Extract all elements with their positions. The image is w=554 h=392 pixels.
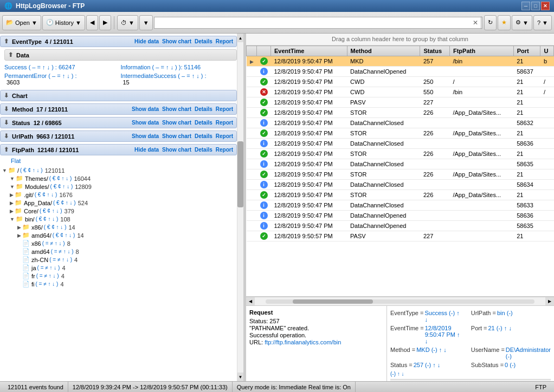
tree-item[interactable]: ▶📁App_Data/ ( € ¢ ↑ ↓ ) 524 [2,199,235,207]
tree-item[interactable]: ▼📁/ ( € ¢ ↑ ↓ ) 121011 [2,166,235,174]
tree-node-controls[interactable]: ( = ≠ ↑ ↓ ) [36,281,59,287]
table-row[interactable]: ✓ 12/8/2019 9:50:47 PM STOR 226 /App_Dat… [247,108,554,118]
tree-item[interactable]: ▼📁Modules/ ( € ¢ ↑ ↓ ) 12809 [2,182,235,191]
cell-expand[interactable] [247,118,257,128]
hscroll-thumb[interactable] [293,299,373,304]
urlpath-toggle[interactable]: ⬇ [4,133,9,140]
request-url-link[interactable]: ftp://ftp.finalanalytics.com/bin [265,339,341,345]
ftppath-toggle[interactable]: ⬆ [4,146,9,153]
tree-node-name[interactable]: Modules/ [25,184,49,190]
method-details-link[interactable]: MKD [416,347,429,353]
method-show-data[interactable]: Show data [132,106,159,112]
tree-node-name[interactable]: fi [31,281,35,288]
tree-item[interactable]: ▶📄amd64 ( = ≠ ↑ ↓ ) 8 [2,247,235,256]
tree-node-controls[interactable]: ( = ≠ ↑ ↓ ) [37,265,60,271]
tree-node-controls[interactable]: ( = ≠ ↑ ↓ ) [51,249,74,254]
tree-node-controls[interactable]: ( € ¢ ↑ ↓ ) [35,192,57,198]
status-details[interactable]: Details [195,120,212,126]
refresh-button[interactable]: ↻ [484,15,497,30]
col-event-time[interactable]: EventTime [271,46,347,56]
eventtype-show-chart[interactable]: Show chart [162,38,191,44]
tree-node-controls[interactable]: ( € ¢ ↑ ↓ ) [36,216,59,222]
tree-item[interactable]: ▶📁amd64/ ( € ¢ ↑ ↓ ) 14 [2,231,235,239]
cell-expand[interactable] [247,180,257,190]
filter-button[interactable]: ▼ [139,15,153,30]
cell-expand[interactable] [247,77,257,87]
col-port[interactable]: Port [513,46,540,56]
substatus-details-link[interactable]: 0 [505,362,508,368]
information-link[interactable]: Information [121,64,151,70]
cell-expand[interactable] [247,87,257,97]
scroll-up-btn[interactable]: ▲ [237,34,243,42]
username-details-link[interactable]: Administrator [516,347,551,353]
table-row[interactable]: i 12/8/2019 9:50:47 PM DataChannelClosed… [247,118,554,128]
table-row[interactable]: ✓ 12/8/2019 9:50:47 PM STOR 226 /App_Dat… [247,169,554,180]
cell-expand[interactable] [247,190,257,200]
tree-expand-arrow[interactable]: ▼ [10,217,15,222]
tree-item[interactable]: ▶📁.git/ ( € ¢ ↑ ↓ ) 1676 [2,191,235,199]
table-row[interactable]: ✓ 12/8/2019 9:50:47 PM PASV 227 21 [247,97,554,108]
tree-item[interactable]: ▶📄fr ( = ≠ ↑ ↓ ) 4 [2,272,235,280]
status-details-link[interactable]: 257 [414,362,423,368]
method-show-chart[interactable]: Show chart [162,106,191,112]
information-label[interactable]: Information ( – = ↑ ↓ ) ): 51146 [121,64,233,70]
back-button[interactable]: ◀ [86,15,98,30]
intermediate-success-label[interactable]: IntermediateSuccess ( – = ↑ ↓ ) : [121,73,233,79]
urlpath-show-data[interactable]: Show data [132,133,159,139]
tree-node-controls[interactable]: ( = ≠ ↑ ↓ ) [36,273,59,279]
forward-button[interactable]: ▶ [99,15,111,30]
status-show-chart[interactable]: Show chart [162,120,191,126]
col-method[interactable]: Method [347,46,420,56]
ftppath-report[interactable]: Report [216,147,233,153]
col-u[interactable]: U [540,46,554,56]
tree-node-name[interactable]: / [17,167,19,174]
table-row[interactable]: ✓ 12/8/2019 9:50:47 PM CWD 250 / 21 / [247,77,554,87]
tree-expand-arrow[interactable]: ▶ [17,225,21,230]
tree-node-name[interactable]: Themes/ [25,175,48,182]
details-hscroll[interactable]: ◀ ▶ [390,379,551,381]
tree-node-controls[interactable]: ( = ≠ ↑ ↓ ) [49,257,72,263]
search-input[interactable] [154,17,482,29]
table-row[interactable]: i 12/8/2019 9:50:47 PM DataChannelClosed… [247,180,554,190]
table-row[interactable]: i 12/8/2019 9:50:47 PM DataChannelOpened… [247,221,554,231]
cell-expand[interactable] [247,169,257,180]
tree-item[interactable]: ▶📄fi ( = ≠ ↑ ↓ ) 4 [2,280,235,288]
col-ftp-path[interactable]: FtpPath [449,46,513,56]
status-toggle[interactable]: ⬇ [4,119,9,126]
tree-node-controls[interactable]: ( € ¢ ↑ ↓ ) [53,200,76,206]
tree-item[interactable]: ▶📄ja ( = ≠ ↑ ↓ ) 4 [2,264,235,272]
minimize-button[interactable]: ─ [521,2,530,10]
hscroll-right-btn[interactable]: ▶ [545,297,554,306]
open-button[interactable]: 📂 Open ▼ [2,15,41,30]
tree-node-name[interactable]: .git/ [24,192,34,198]
tree-node-name[interactable]: Core/ [24,208,38,214]
tree-node-name[interactable]: amd64/ [31,232,51,239]
ftppath-flat[interactable]: Flat [11,158,21,164]
scroll-thumb[interactable] [237,141,243,207]
method-details[interactable]: Details [195,106,212,112]
cell-expand[interactable] [247,211,257,221]
row-expand-arrow[interactable]: ▶ [250,59,254,64]
ftppath-hide-data[interactable]: Hide data [134,147,159,153]
tree-item[interactable]: ▶📁Core/ ( € ¢ ↑ ↓ ) 379 [2,207,235,215]
history-button[interactable]: 🕐 History ▼ [42,15,85,30]
ftppath-show-chart[interactable]: Show chart [162,147,191,153]
tree-node-name[interactable]: amd64 [31,249,50,255]
maximize-button[interactable]: □ [531,2,540,10]
urlpath-show-chart[interactable]: Show chart [162,133,191,139]
eventtype-details-link[interactable]: Success [424,310,447,316]
table-row[interactable]: ✓ 12/8/2019 9:50:47 PM STOR 226 /App_Dat… [247,128,554,139]
tree-node-controls[interactable]: ( € ¢ ↑ ↓ ) [44,224,67,230]
status-show-data[interactable]: Show data [132,120,159,126]
tree-expand-arrow[interactable]: ▶ [10,208,14,214]
cell-expand[interactable] [247,159,257,169]
urlpath-details-link[interactable]: bin [497,310,505,316]
data-table-wrapper[interactable]: EventTime Method Status FtpPath Port U ▶… [246,45,554,297]
table-row[interactable]: ✓ 12/8/2019 9:50:47 PM STOR 226 /App_Dat… [247,190,554,200]
tree-item[interactable]: ▶📄x86 ( = ≠ ↑ ↓ ) 8 [2,239,235,247]
tree-expand-arrow[interactable]: ▼ [10,184,15,190]
cell-expand[interactable]: ▶ [247,56,257,67]
tree-node-name[interactable]: bin/ [25,216,35,223]
col-status[interactable]: Status [420,46,450,56]
cell-expand[interactable] [247,139,257,149]
